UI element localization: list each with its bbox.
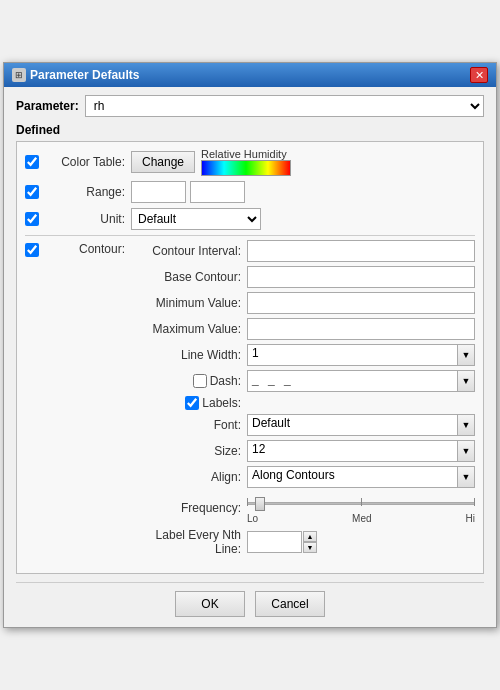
change-button[interactable]: Change	[131, 151, 195, 173]
unit-checkbox[interactable]	[25, 212, 39, 226]
freq-labels-row: Lo Med Hi	[247, 513, 475, 524]
nth-line-spinner: ▲ ▼	[303, 531, 317, 553]
title-bar: ⊞ Parameter Defaults ✕	[4, 63, 496, 87]
window-title: Parameter Defaults	[30, 68, 139, 82]
labels-row: Labels:	[131, 396, 475, 410]
labels-label-container: Labels:	[131, 396, 241, 410]
max-value-input[interactable]: 100	[247, 318, 475, 340]
freq-med-label: Med	[352, 513, 371, 524]
align-dropdown: Along Contours ▼	[247, 466, 475, 488]
freq-hi-label: Hi	[466, 513, 475, 524]
max-value-label: Maximum Value:	[131, 322, 241, 336]
line-width-label: Line Width:	[131, 348, 241, 362]
dash-dropdown: _ _ _ ▼	[247, 370, 475, 392]
min-value-input[interactable]: 0	[247, 292, 475, 314]
align-row: Align: Along Contours ▼	[131, 466, 475, 488]
color-bar	[201, 160, 291, 176]
cancel-button[interactable]: Cancel	[255, 591, 325, 617]
unit-dropdown: Default	[131, 208, 475, 230]
font-dropdown: Default ▼	[247, 414, 475, 436]
slider-thumb[interactable]	[255, 497, 265, 511]
nth-line-row: Label Every Nth Line: 2 ▲ ▼	[131, 528, 475, 556]
unit-row: Unit: Default	[25, 208, 475, 230]
parameter-select[interactable]: rh	[85, 95, 484, 117]
range-max-input[interactable]: 100.0	[190, 181, 245, 203]
font-row: Font: Default ▼	[131, 414, 475, 436]
defined-section: Color Table: Change Relative Humidity Ra…	[16, 141, 484, 574]
parameter-label: Parameter:	[16, 99, 79, 113]
size-label: Size:	[131, 444, 241, 458]
contour-checkbox[interactable]	[25, 243, 39, 257]
defined-label: Defined	[16, 123, 484, 137]
base-contour-label: Base Contour:	[131, 270, 241, 284]
base-contour-input[interactable]: 0	[247, 266, 475, 288]
frequency-slider-container: Lo Med Hi	[247, 492, 475, 524]
line-width-arrow[interactable]: ▼	[457, 344, 475, 366]
nth-line-label: Label Every Nth Line:	[131, 528, 241, 556]
max-value-row: Maximum Value: 100	[131, 318, 475, 340]
font-field[interactable]: Default	[247, 414, 457, 436]
size-dropdown: 12 ▼	[247, 440, 475, 462]
frequency-label: Frequency:	[131, 501, 241, 515]
base-contour-row: Base Contour: 0	[131, 266, 475, 288]
window-icon: ⊞	[12, 68, 26, 82]
button-row: OK Cancel	[16, 582, 484, 617]
size-arrow[interactable]: ▼	[457, 440, 475, 462]
freq-lo-label: Lo	[247, 513, 258, 524]
min-value-label: Minimum Value:	[131, 296, 241, 310]
line-width-field[interactable]: 1	[247, 344, 457, 366]
range-label: Range:	[45, 185, 125, 199]
line-width-row: Line Width: 1 ▼	[131, 344, 475, 366]
unit-label: Unit:	[45, 212, 125, 226]
contour-details: Contour Interval: 10 Base Contour: 0 Min…	[131, 240, 475, 560]
dialog-content: Parameter: rh Defined Color Table: Chang…	[4, 87, 496, 627]
labels-label: Labels:	[202, 396, 241, 410]
dash-arrow[interactable]: ▼	[457, 370, 475, 392]
size-row: Size: 12 ▼	[131, 440, 475, 462]
title-bar-left: ⊞ Parameter Defaults	[12, 68, 139, 82]
dash-row: Dash: _ _ _ ▼	[131, 370, 475, 392]
color-table-description: Relative Humidity	[201, 148, 287, 160]
contour-interval-label: Contour Interval:	[131, 244, 241, 258]
nth-line-input-container: 2 ▲ ▼	[247, 531, 317, 553]
spin-down-button[interactable]: ▼	[303, 542, 317, 553]
range-min-input[interactable]: 0.0	[131, 181, 186, 203]
dash-checkbox[interactable]	[193, 374, 207, 388]
range-inputs: 0.0 100.0	[131, 181, 245, 203]
color-table-checkbox[interactable]	[25, 155, 39, 169]
ok-button[interactable]: OK	[175, 591, 245, 617]
tick-med	[361, 498, 362, 506]
close-button[interactable]: ✕	[470, 67, 488, 83]
nth-line-input[interactable]: 2	[247, 531, 302, 553]
contour-interval-input[interactable]: 10	[247, 240, 475, 262]
align-label: Align:	[131, 470, 241, 484]
contour-label: Contour:	[45, 242, 125, 256]
range-row: Range: 0.0 100.0	[25, 181, 475, 203]
tick-lo	[247, 498, 248, 506]
spin-up-button[interactable]: ▲	[303, 531, 317, 542]
line-width-dropdown: 1 ▼	[247, 344, 475, 366]
align-field[interactable]: Along Contours	[247, 466, 457, 488]
font-arrow[interactable]: ▼	[457, 414, 475, 436]
color-table-content: Change Relative Humidity	[131, 148, 291, 176]
contour-interval-row: Contour Interval: 10	[131, 240, 475, 262]
labels-checkbox[interactable]	[185, 396, 199, 410]
dash-field[interactable]: _ _ _	[247, 370, 457, 392]
unit-select[interactable]: Default	[131, 208, 261, 230]
parameter-row: Parameter: rh	[16, 95, 484, 117]
tick-hi	[474, 498, 475, 506]
dash-label-container: Dash:	[131, 374, 241, 388]
min-value-row: Minimum Value: 0	[131, 292, 475, 314]
color-table-row: Color Table: Change Relative Humidity	[25, 148, 475, 176]
range-checkbox[interactable]	[25, 185, 39, 199]
parameter-defaults-window: ⊞ Parameter Defaults ✕ Parameter: rh Def…	[3, 62, 497, 628]
color-table-label: Color Table:	[45, 155, 125, 169]
font-label: Font:	[131, 418, 241, 432]
frequency-row: Frequency: Lo	[131, 492, 475, 524]
contour-row: Contour: Contour Interval: 10 Base Conto…	[25, 240, 475, 560]
size-field[interactable]: 12	[247, 440, 457, 462]
align-arrow[interactable]: ▼	[457, 466, 475, 488]
dash-label: Dash:	[210, 374, 241, 388]
